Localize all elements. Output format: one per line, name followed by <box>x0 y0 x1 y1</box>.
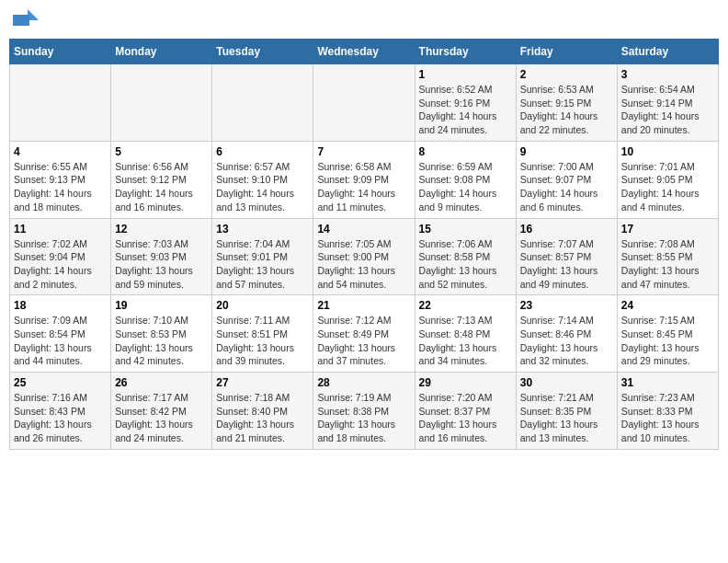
day-info: Sunrise: 7:10 AMSunset: 8:53 PMDaylight:… <box>115 314 208 368</box>
day-info: Sunrise: 7:17 AMSunset: 8:42 PMDaylight:… <box>115 391 208 445</box>
calendar-day-cell: 15Sunrise: 7:06 AMSunset: 8:58 PMDayligh… <box>415 218 516 295</box>
day-info: Sunrise: 7:23 AMSunset: 8:33 PMDaylight:… <box>621 391 714 445</box>
calendar-day-cell: 28Sunrise: 7:19 AMSunset: 8:38 PMDayligh… <box>313 373 415 450</box>
calendar-body: 1Sunrise: 6:52 AMSunset: 9:16 PMDaylight… <box>10 64 719 450</box>
day-number: 19 <box>115 299 208 312</box>
day-number: 2 <box>520 68 613 81</box>
day-info: Sunrise: 7:06 AMSunset: 8:58 PMDaylight:… <box>419 237 512 292</box>
day-info: Sunrise: 7:11 AMSunset: 8:51 PMDaylight:… <box>216 314 309 368</box>
calendar-day-cell: 7Sunrise: 6:58 AMSunset: 9:09 PMDaylight… <box>313 141 415 218</box>
calendar-day-cell: 6Sunrise: 6:57 AMSunset: 9:10 PMDaylight… <box>212 141 313 218</box>
day-of-week-header: Monday <box>111 40 212 64</box>
day-number: 4 <box>14 145 107 158</box>
day-info: Sunrise: 7:19 AMSunset: 8:38 PMDaylight:… <box>317 391 410 445</box>
calendar-day-cell: 11Sunrise: 7:02 AMSunset: 9:04 PMDayligh… <box>10 218 111 295</box>
day-number: 16 <box>520 223 613 236</box>
day-info: Sunrise: 7:13 AMSunset: 8:48 PMDaylight:… <box>419 314 512 368</box>
day-number: 29 <box>419 376 512 389</box>
day-number: 25 <box>14 376 107 389</box>
day-number: 28 <box>317 376 410 389</box>
day-number: 23 <box>520 299 613 312</box>
calendar-table: SundayMondayTuesdayWednesdayThursdayFrid… <box>9 39 719 450</box>
day-number: 12 <box>115 223 208 236</box>
calendar-day-cell: 19Sunrise: 7:10 AMSunset: 8:53 PMDayligh… <box>111 295 212 373</box>
calendar-day-cell: 10Sunrise: 7:01 AMSunset: 9:05 PMDayligh… <box>617 141 718 218</box>
calendar-day-cell: 17Sunrise: 7:08 AMSunset: 8:55 PMDayligh… <box>617 218 718 295</box>
calendar-day-cell <box>313 64 415 142</box>
day-number: 18 <box>14 299 107 312</box>
day-number: 27 <box>216 376 309 389</box>
calendar-week-row: 18Sunrise: 7:09 AMSunset: 8:54 PMDayligh… <box>10 295 719 373</box>
calendar-day-cell: 8Sunrise: 6:59 AMSunset: 9:08 PMDaylight… <box>415 141 516 218</box>
calendar-day-cell: 18Sunrise: 7:09 AMSunset: 8:54 PMDayligh… <box>10 295 111 373</box>
day-info: Sunrise: 6:59 AMSunset: 9:08 PMDaylight:… <box>419 160 512 214</box>
day-number: 21 <box>317 299 410 312</box>
day-number: 22 <box>419 299 512 312</box>
day-number: 1 <box>419 68 512 81</box>
day-info: Sunrise: 7:02 AMSunset: 9:04 PMDaylight:… <box>14 237 107 292</box>
day-of-week-header: Wednesday <box>313 40 415 64</box>
day-info: Sunrise: 7:00 AMSunset: 9:07 PMDaylight:… <box>520 160 613 214</box>
day-info: Sunrise: 7:15 AMSunset: 8:45 PMDaylight:… <box>621 314 714 368</box>
day-number: 30 <box>520 376 613 389</box>
calendar-day-cell: 29Sunrise: 7:20 AMSunset: 8:37 PMDayligh… <box>415 373 516 450</box>
day-info: Sunrise: 6:53 AMSunset: 9:15 PMDaylight:… <box>520 83 613 137</box>
day-info: Sunrise: 6:57 AMSunset: 9:10 PMDaylight:… <box>216 160 309 214</box>
calendar-day-cell: 3Sunrise: 6:54 AMSunset: 9:14 PMDaylight… <box>617 64 718 142</box>
calendar-day-cell: 25Sunrise: 7:16 AMSunset: 8:43 PMDayligh… <box>10 373 111 450</box>
day-info: Sunrise: 7:01 AMSunset: 9:05 PMDaylight:… <box>621 160 714 214</box>
day-info: Sunrise: 6:54 AMSunset: 9:14 PMDaylight:… <box>621 83 714 137</box>
day-info: Sunrise: 7:04 AMSunset: 9:01 PMDaylight:… <box>216 237 309 292</box>
day-number: 31 <box>621 376 714 389</box>
calendar-day-cell: 22Sunrise: 7:13 AMSunset: 8:48 PMDayligh… <box>415 295 516 373</box>
calendar-day-cell <box>212 64 313 142</box>
day-of-week-header: Thursday <box>415 40 516 64</box>
day-number: 14 <box>317 223 410 236</box>
day-info: Sunrise: 7:21 AMSunset: 8:35 PMDaylight:… <box>520 391 613 445</box>
day-of-week-header: Tuesday <box>212 40 313 64</box>
calendar-day-cell: 26Sunrise: 7:17 AMSunset: 8:42 PMDayligh… <box>111 373 212 450</box>
day-info: Sunrise: 7:03 AMSunset: 9:03 PMDaylight:… <box>115 237 208 292</box>
days-of-week-row: SundayMondayTuesdayWednesdayThursdayFrid… <box>10 40 719 64</box>
calendar-day-cell: 9Sunrise: 7:00 AMSunset: 9:07 PMDaylight… <box>516 141 617 218</box>
day-info: Sunrise: 6:52 AMSunset: 9:16 PMDaylight:… <box>419 83 512 137</box>
calendar-header: SundayMondayTuesdayWednesdayThursdayFrid… <box>10 40 719 64</box>
calendar-day-cell: 1Sunrise: 6:52 AMSunset: 9:16 PMDaylight… <box>415 64 516 142</box>
day-number: 6 <box>216 145 309 158</box>
day-info: Sunrise: 7:09 AMSunset: 8:54 PMDaylight:… <box>14 314 107 368</box>
day-of-week-header: Friday <box>516 40 617 64</box>
logo-icon <box>13 9 39 31</box>
day-info: Sunrise: 6:58 AMSunset: 9:09 PMDaylight:… <box>317 160 410 214</box>
calendar-day-cell: 31Sunrise: 7:23 AMSunset: 8:33 PMDayligh… <box>617 373 718 450</box>
calendar-day-cell: 5Sunrise: 6:56 AMSunset: 9:12 PMDaylight… <box>111 141 212 218</box>
calendar-day-cell: 21Sunrise: 7:12 AMSunset: 8:49 PMDayligh… <box>313 295 415 373</box>
calendar-week-row: 25Sunrise: 7:16 AMSunset: 8:43 PMDayligh… <box>10 373 719 450</box>
calendar-week-row: 4Sunrise: 6:55 AMSunset: 9:13 PMDaylight… <box>10 141 719 218</box>
day-number: 5 <box>115 145 208 158</box>
logo <box>13 9 42 31</box>
calendar-day-cell: 24Sunrise: 7:15 AMSunset: 8:45 PMDayligh… <box>617 295 718 373</box>
day-number: 17 <box>621 223 714 236</box>
calendar-day-cell: 14Sunrise: 7:05 AMSunset: 9:00 PMDayligh… <box>313 218 415 295</box>
day-number: 15 <box>419 223 512 236</box>
day-number: 20 <box>216 299 309 312</box>
calendar-day-cell: 27Sunrise: 7:18 AMSunset: 8:40 PMDayligh… <box>212 373 313 450</box>
day-number: 13 <box>216 223 309 236</box>
calendar-day-cell <box>111 64 212 142</box>
day-number: 8 <box>419 145 512 158</box>
page-header <box>9 9 719 31</box>
calendar-day-cell: 23Sunrise: 7:14 AMSunset: 8:46 PMDayligh… <box>516 295 617 373</box>
calendar-day-cell <box>10 64 111 142</box>
day-number: 11 <box>14 223 107 236</box>
calendar-day-cell: 13Sunrise: 7:04 AMSunset: 9:01 PMDayligh… <box>212 218 313 295</box>
day-number: 10 <box>621 145 714 158</box>
day-info: Sunrise: 7:12 AMSunset: 8:49 PMDaylight:… <box>317 314 410 368</box>
svg-rect-2 <box>13 15 29 26</box>
day-number: 26 <box>115 376 208 389</box>
day-number: 3 <box>621 68 714 81</box>
day-info: Sunrise: 6:56 AMSunset: 9:12 PMDaylight:… <box>115 160 208 214</box>
day-info: Sunrise: 7:18 AMSunset: 8:40 PMDaylight:… <box>216 391 309 445</box>
calendar-week-row: 1Sunrise: 6:52 AMSunset: 9:16 PMDaylight… <box>10 64 719 142</box>
calendar-day-cell: 20Sunrise: 7:11 AMSunset: 8:51 PMDayligh… <box>212 295 313 373</box>
day-info: Sunrise: 7:07 AMSunset: 8:57 PMDaylight:… <box>520 237 613 292</box>
